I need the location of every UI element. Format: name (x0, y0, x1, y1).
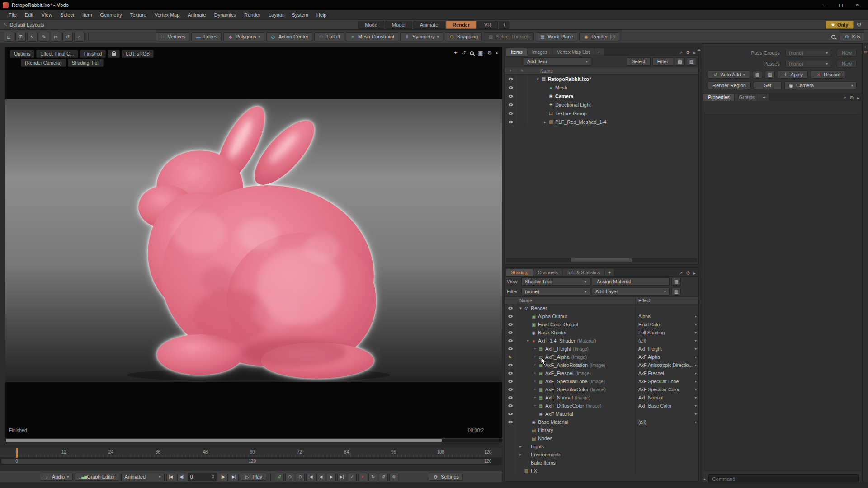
shader-row-bake-items[interactable]: Bake Items (505, 459, 698, 467)
menu-animate[interactable]: Animate (184, 11, 210, 19)
settings-button[interactable]: ⚙ Settings (429, 473, 463, 481)
pop-out-icon[interactable]: ↗ (679, 271, 683, 276)
layout-tab-model[interactable]: Model (385, 21, 412, 29)
view-dropdown[interactable]: Shader Tree ▾ (521, 277, 590, 286)
tab-vertex-map-list[interactable]: Vertex Map List (552, 48, 594, 56)
effect-dropdown[interactable] (635, 304, 698, 312)
expand-arrow-icon[interactable]: + (532, 363, 538, 367)
expand-arrow-icon[interactable]: ▾ (535, 77, 541, 81)
visibility-eye-icon[interactable] (505, 337, 516, 345)
visibility-eye-icon[interactable] (505, 410, 516, 418)
visibility-eye-icon[interactable] (505, 320, 516, 328)
render-view[interactable] (5, 99, 502, 382)
tab-properties[interactable]: Properties (703, 94, 734, 101)
item-row-directional-light[interactable]: ☀Directional Light (505, 100, 698, 109)
effect-dropdown[interactable]: AxF Normal▾ (635, 394, 698, 402)
render-region-set-button[interactable]: Set (754, 81, 782, 89)
record-button[interactable]: ● (358, 473, 367, 481)
layout-tab-vr[interactable]: VR (477, 21, 498, 29)
menu-select[interactable]: Select (56, 11, 78, 19)
go-to-start-button[interactable]: |◀ (166, 473, 175, 481)
filter-button[interactable]: Filter (652, 57, 673, 66)
visibility-eye-icon[interactable] (505, 92, 517, 100)
loop-button[interactable]: ↻ (368, 473, 377, 481)
item-row-plf-red-meshed-1-4[interactable]: ▸▤PLF_Red_Meshed_1-4 (505, 117, 698, 126)
viewport-options-button[interactable]: Options (10, 50, 34, 58)
menu-help[interactable]: Help (312, 11, 331, 19)
visibility-eye-icon[interactable] (505, 361, 516, 369)
maximize-button[interactable]: ◻ (833, 0, 849, 10)
shading-options-icon[interactable]: ▤ (671, 278, 681, 286)
shader-row-final-color-output[interactable]: ▣Final Color OutputFinal Color▾ (505, 320, 698, 328)
visibility-eye-icon[interactable] (505, 304, 516, 312)
visibility-eye-icon[interactable] (505, 402, 516, 410)
layers-icon[interactable]: ▣ (478, 50, 483, 56)
items-hscrollbar[interactable] (506, 258, 697, 262)
shader-row-axf-height[interactable]: +▦AxF_Height(Image)AxF Height▾ (505, 345, 698, 353)
visibility-eye-icon[interactable] (505, 377, 516, 385)
visibility-eye-icon[interactable] (505, 385, 516, 394)
animated-dropdown[interactable]: Animated ▾ (121, 473, 165, 481)
gear-icon[interactable]: ⚙ (854, 21, 864, 28)
shader-row-alpha-output[interactable]: ▣Alpha OutputAlpha▾ (505, 312, 698, 320)
item-row-retoporabbit-lxo[interactable]: ▾▦RetopoRabbit.lxo* (505, 75, 698, 83)
visibility-eye-icon[interactable] (505, 426, 516, 434)
visibility-eye-icon[interactable] (505, 450, 516, 459)
expand-right-icon[interactable]: ▤ (864, 50, 868, 54)
actor-button[interactable]: ⊙ (285, 473, 294, 481)
panel-splitter[interactable]: ◂▸ (699, 47, 702, 482)
apply-button[interactable]: + Apply (778, 70, 808, 79)
camera-dropdown[interactable]: ◉ Camera ▾ (784, 81, 857, 89)
expand-arrow-icon[interactable]: + (532, 404, 538, 408)
timeline-range-bar[interactable]: 0 120 120 (0, 458, 502, 465)
effect-dropdown[interactable]: AxF Height▾ (635, 345, 698, 353)
effect-dropdown[interactable] (635, 434, 698, 442)
select-through-button[interactable]: ▥Select Through (484, 32, 533, 41)
shading-mode-button[interactable]: Shading: Full (68, 59, 104, 67)
shader-row-nodes[interactable]: ▤Nodes (505, 434, 698, 442)
shader-row-axf-1-4-shader[interactable]: ▾●AxF_1.4_Shader(Material)(all)▾ (505, 337, 698, 345)
slice-tool-button[interactable]: ✂ (51, 32, 61, 42)
add-layout-tab-button[interactable]: + (499, 21, 509, 29)
visibility-eye-icon[interactable] (505, 75, 517, 83)
expand-arrow-icon[interactable]: + (532, 347, 538, 351)
shader-row-base-shader[interactable]: ◉Base ShaderFull Shading▾ (505, 328, 698, 337)
select-button[interactable]: Select (627, 57, 651, 66)
menu-item[interactable]: Item (78, 11, 96, 19)
panel-gear-icon[interactable]: ⚙ (849, 95, 854, 101)
zoom-icon[interactable] (470, 51, 474, 55)
tab-info-statistics[interactable]: Info & Statistics (563, 269, 604, 276)
menu-edit[interactable]: Edit (21, 11, 38, 19)
layout-tab-animate[interactable]: Animate (413, 21, 445, 29)
tab-channels[interactable]: Channels (533, 269, 562, 276)
edit-pencil-icon[interactable]: ✎ (505, 353, 516, 361)
expand-arrow-icon[interactable]: + (532, 395, 538, 400)
shader-row-axf-alpha[interactable]: ✎+▦AxF_Alpha(Image)AxF Alpha▾ (505, 353, 698, 361)
effect-dropdown[interactable] (635, 467, 698, 475)
visibility-eye-icon[interactable] (505, 328, 516, 337)
select-tool-button[interactable]: ↖ (27, 32, 38, 42)
visibility-eye-icon[interactable] (505, 442, 516, 450)
effect-dropdown[interactable] (635, 450, 698, 459)
visibility-eye-icon[interactable] (505, 345, 516, 353)
effect-dropdown[interactable]: AxF Anisotropic Directio...▾ (635, 361, 698, 369)
pen-tool-button[interactable]: ✎ (39, 32, 49, 42)
viewport-finished-button[interactable]: Finished (80, 50, 106, 58)
tab-images[interactable]: Images (528, 48, 552, 56)
menu-vertex-map[interactable]: Vertex Map (151, 11, 184, 19)
render-region-button[interactable]: Render Region (708, 81, 751, 89)
expand-arrow-icon[interactable]: ▸ (542, 120, 548, 124)
menu-texture[interactable]: Texture (126, 11, 151, 19)
close-button[interactable]: × (849, 0, 865, 10)
visibility-eye-icon[interactable] (505, 312, 516, 320)
visibility-eye-icon[interactable] (505, 394, 516, 402)
passes-dropdown[interactable]: (none) ▾ (785, 60, 831, 68)
lock-button[interactable] (108, 50, 120, 58)
kits-button[interactable]: ⚙ Kits (840, 32, 864, 41)
viewport-gear-icon[interactable]: ⚙ (487, 50, 492, 56)
expand-arrow-icon[interactable]: ▾ (525, 338, 531, 343)
panel-chevron-icon[interactable]: ▸ (693, 50, 696, 55)
expand-arrow-icon[interactable]: ▸ (518, 452, 524, 457)
shader-row-axf-specularcolor[interactable]: +▦AxF_SpecularColor(Image)AxF Specular C… (505, 385, 698, 394)
pass-edit-icon[interactable]: ▤ (753, 71, 762, 79)
